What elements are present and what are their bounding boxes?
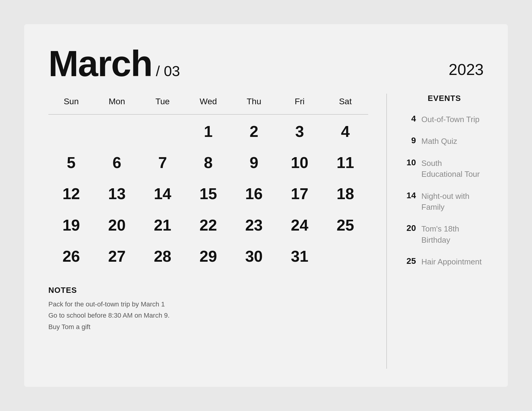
day-31: 31 — [277, 242, 323, 270]
day-number-26: 26 — [63, 248, 80, 265]
day-3: 3 — [277, 118, 323, 146]
year: 2023 — [449, 60, 484, 79]
event-day-14: 14 — [405, 191, 416, 200]
day-7: 7 — [140, 149, 185, 177]
day-23: 23 — [231, 211, 277, 239]
calendar-section: Sun Mon Tue Wed Thu Fri Sat 123456789101… — [48, 94, 387, 369]
day-20: 20 — [94, 211, 140, 239]
day-number-6: 6 — [112, 154, 121, 171]
day-header-sun: Sun — [48, 94, 94, 111]
empty-cell — [94, 118, 140, 146]
event-item-4: 4Out-of-Town Trip — [405, 114, 484, 125]
events-title: EVENTS — [405, 94, 484, 103]
day-number-11: 11 — [336, 154, 354, 171]
day-number-15: 15 — [199, 185, 217, 202]
day-13: 13 — [94, 180, 140, 208]
day-number-4: 4 — [341, 123, 350, 140]
day-header-tue: Tue — [140, 94, 185, 111]
day-number-5: 5 — [67, 154, 76, 171]
day-number-13: 13 — [108, 185, 126, 202]
day-number-7: 7 — [158, 154, 167, 171]
day-number-17: 17 — [291, 185, 308, 202]
day-number-28: 28 — [154, 248, 171, 265]
month-title: March / 03 — [48, 45, 180, 82]
event-day-25: 25 — [405, 256, 416, 266]
calendar-card: March / 03 2023 Sun Mon Tue Wed Thu Fri … — [24, 24, 508, 387]
empty-cell — [323, 242, 368, 270]
month-number: / 03 — [156, 63, 180, 79]
event-name-25: Hair Appointment — [421, 256, 482, 267]
day-number-2: 2 — [250, 123, 258, 140]
day-11: 11 — [323, 149, 368, 177]
event-name-9: Math Quiz — [421, 136, 457, 147]
month-name: March — [48, 45, 152, 82]
day-number-22: 22 — [199, 216, 217, 234]
event-day-4: 4 — [405, 114, 416, 124]
day-4: 4 — [323, 118, 368, 146]
day-header-thu: Thu — [231, 94, 277, 111]
event-name-14: Night-out with Family — [421, 191, 484, 213]
day-19: 19 — [48, 211, 94, 239]
events-section: EVENTS 4Out-of-Town Trip9Math Quiz10Sout… — [387, 94, 484, 369]
event-item-25: 25Hair Appointment — [405, 256, 484, 267]
event-item-10: 10South Educational Tour — [405, 158, 484, 180]
day-8: 8 — [185, 149, 231, 177]
day-27: 27 — [94, 242, 140, 270]
day-24: 24 — [277, 211, 323, 239]
calendar-divider — [48, 114, 368, 115]
day-5: 5 — [48, 149, 94, 177]
calendar-grid: 1234567891011121314151617181920212223242… — [48, 118, 368, 270]
empty-cell — [48, 118, 94, 146]
day-number-1: 1 — [204, 123, 213, 140]
day-15: 15 — [185, 180, 231, 208]
day-header-fri: Fri — [277, 94, 323, 111]
day-16: 16 — [231, 180, 277, 208]
notes-text: Pack for the out-of-town trip by March 1… — [48, 299, 368, 332]
day-2: 2 — [231, 118, 277, 146]
day-25: 25 — [323, 211, 368, 239]
day-number-10: 10 — [291, 154, 308, 171]
day-number-8: 8 — [204, 154, 213, 171]
events-list: 4Out-of-Town Trip9Math Quiz10South Educa… — [405, 114, 484, 267]
day-number-21: 21 — [154, 216, 171, 234]
event-day-20: 20 — [405, 223, 416, 233]
day-number-25: 25 — [336, 216, 354, 234]
note-line: Pack for the out-of-town trip by March 1 — [48, 299, 368, 310]
day-28: 28 — [140, 242, 185, 270]
event-name-20: Tom's 18th Birthday — [421, 223, 484, 245]
day-14: 14 — [140, 180, 185, 208]
day-header-sat: Sat — [323, 94, 368, 111]
day-30: 30 — [231, 242, 277, 270]
day-number-24: 24 — [291, 216, 308, 234]
day-number-16: 16 — [245, 185, 263, 202]
day-17: 17 — [277, 180, 323, 208]
event-item-14: 14Night-out with Family — [405, 191, 484, 213]
day-number-12: 12 — [63, 185, 80, 202]
note-line: Buy Tom a gift — [48, 321, 368, 332]
day-26: 26 — [48, 242, 94, 270]
day-number-30: 30 — [245, 248, 263, 265]
day-12: 12 — [48, 180, 94, 208]
day-29: 29 — [185, 242, 231, 270]
notes-title: NOTES — [48, 286, 368, 295]
event-day-10: 10 — [405, 158, 416, 167]
event-day-9: 9 — [405, 136, 416, 145]
day-number-3: 3 — [295, 123, 304, 140]
day-number-14: 14 — [154, 185, 171, 202]
day-header-mon: Mon — [94, 94, 140, 111]
event-name-4: Out-of-Town Trip — [421, 114, 479, 125]
event-name-10: South Educational Tour — [421, 158, 484, 180]
day-6: 6 — [94, 149, 140, 177]
day-number-20: 20 — [108, 216, 126, 234]
event-item-20: 20Tom's 18th Birthday — [405, 223, 484, 245]
header-row: March / 03 2023 — [48, 45, 484, 82]
day-number-31: 31 — [291, 248, 308, 265]
day-number-27: 27 — [108, 248, 126, 265]
day-number-29: 29 — [199, 248, 217, 265]
day-number-9: 9 — [250, 154, 258, 171]
empty-cell — [140, 118, 185, 146]
day-22: 22 — [185, 211, 231, 239]
day-number-23: 23 — [245, 216, 263, 234]
main-content: Sun Mon Tue Wed Thu Fri Sat 123456789101… — [48, 94, 484, 369]
day-18: 18 — [323, 180, 368, 208]
